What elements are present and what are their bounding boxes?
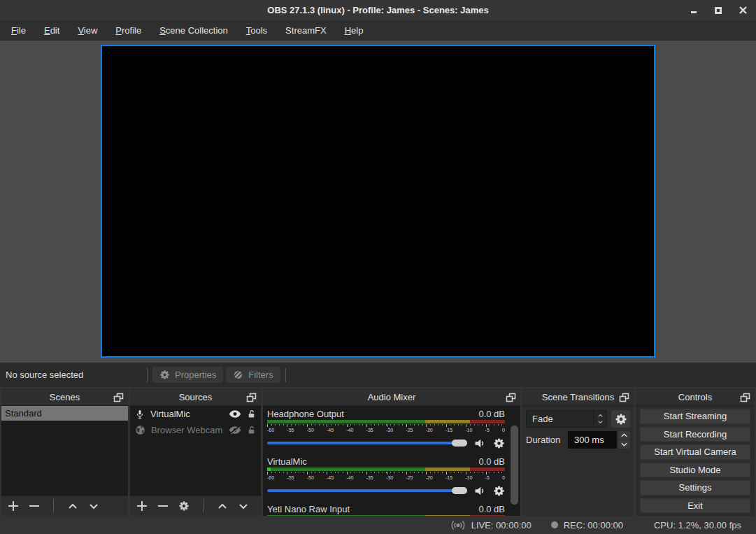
menu-profile[interactable]: Profile — [106, 22, 150, 39]
add-scene-icon[interactable] — [8, 500, 19, 512]
transition-settings-button[interactable] — [611, 410, 630, 428]
scenes-panel: Scenes Standard — [1, 388, 128, 516]
visibility-eye-slash-icon[interactable] — [229, 426, 241, 435]
menu-edit[interactable]: Edit — [35, 22, 69, 39]
record-dot-icon — [551, 521, 558, 528]
microphone-icon — [135, 409, 145, 420]
audio-mixer-header[interactable]: Audio Mixer — [263, 388, 520, 406]
transition-select[interactable]: Fade — [526, 410, 607, 428]
dock-area: Scenes Standard Sources — [0, 387, 756, 516]
mixer-virtualmic: VirtualMic 0.0 dB -60-55-50-45-40-35-30-… — [267, 456, 505, 498]
duration-decrease-icon[interactable] — [618, 440, 630, 449]
transition-select-steppers[interactable] — [593, 411, 606, 427]
volume-slider-handle[interactable] — [452, 440, 467, 447]
controls-panel: Controls Start Streaming Start Recording… — [636, 388, 755, 516]
properties-button[interactable]: Properties — [152, 367, 223, 383]
properties-button-label: Properties — [175, 370, 216, 380]
start-recording-button[interactable]: Start Recording — [640, 427, 750, 442]
separator — [53, 499, 54, 513]
exit-button[interactable]: Exit — [640, 498, 750, 514]
menu-help[interactable]: Help — [336, 22, 373, 39]
duration-input[interactable]: 300 ms — [568, 431, 617, 449]
studio-mode-button[interactable]: Studio Mode — [640, 463, 750, 478]
unlock-icon[interactable] — [247, 425, 256, 435]
source-item-virtualmic[interactable]: VirtualMic — [130, 406, 261, 422]
add-source-icon[interactable] — [136, 500, 148, 512]
mixer-gear-icon[interactable] — [493, 437, 505, 449]
mixer-headphone-output: Headphone Output 0.0 dB -60-55-50-45-40-… — [267, 408, 505, 451]
source-properties-gear-icon[interactable] — [178, 500, 190, 512]
start-streaming-button[interactable]: Start Streaming — [640, 409, 750, 424]
popout-icon — [619, 393, 629, 402]
mixer-yeti-nano: Yeti Nano Raw Input 0.0 dB -60-55-50-45-… — [267, 503, 505, 516]
remove-scene-icon[interactable] — [29, 500, 40, 512]
preview-canvas[interactable] — [101, 45, 655, 358]
scene-transitions-header[interactable]: Scene Transitions — [522, 388, 634, 406]
move-source-up-icon[interactable] — [217, 500, 228, 512]
duration-label: Duration — [526, 435, 566, 445]
scenes-panel-title: Scenes — [50, 392, 80, 402]
menu-streamfx[interactable]: StreamFX — [276, 22, 336, 39]
menu-tools[interactable]: Tools — [237, 22, 276, 39]
volume-slider[interactable] — [267, 489, 467, 492]
speaker-icon[interactable] — [473, 437, 487, 449]
mixer-scrollbar-thumb[interactable] — [511, 426, 518, 505]
mixer-name: Headphone Output — [267, 409, 344, 419]
scene-item-standard[interactable]: Standard — [1, 406, 128, 421]
filters-icon — [233, 370, 243, 380]
sources-toolbar — [130, 496, 261, 516]
popout-icon — [113, 393, 124, 402]
minimize-icon[interactable] — [689, 6, 699, 15]
meter-ticks — [267, 472, 505, 475]
sources-panel-header[interactable]: Sources — [130, 388, 261, 406]
menu-view[interactable]: View — [69, 22, 106, 39]
meter-ticks — [267, 424, 505, 427]
source-item-browser-webcam[interactable]: Browser Webcam — [130, 422, 261, 438]
gear-icon — [615, 413, 627, 426]
audio-mixer-body: Headphone Output 0.0 dB -60-55-50-45-40-… — [263, 406, 520, 516]
controls-header[interactable]: Controls — [636, 388, 755, 406]
source-name: VirtualMic — [150, 409, 223, 419]
mixer-gear-icon[interactable] — [493, 485, 505, 497]
start-virtual-camera-button[interactable]: Start Virtual Camera — [640, 444, 750, 460]
broadcast-icon — [450, 520, 466, 531]
live-time: LIVE: 00:00:00 — [471, 520, 532, 531]
popout-icon — [740, 393, 750, 402]
menu-file[interactable]: File — [2, 22, 35, 39]
scene-transitions-body: Fade Duration 300 ms — [522, 406, 634, 516]
workspace — [0, 41, 756, 363]
duration-increase-icon[interactable] — [618, 431, 630, 440]
controls-body: Start Streaming Start Recording Start Vi… — [636, 406, 755, 516]
move-source-down-icon[interactable] — [238, 500, 249, 512]
transition-selected-value: Fade — [527, 414, 593, 424]
controls-title: Controls — [678, 392, 712, 402]
globe-icon — [135, 425, 145, 435]
scenes-panel-header[interactable]: Scenes — [1, 388, 128, 406]
move-scene-up-icon[interactable] — [67, 500, 78, 512]
cpu-fps-stats: CPU: 1.2%, 30.00 fps — [654, 520, 741, 531]
mixer-level: 0.0 dB — [478, 456, 505, 467]
filters-button[interactable]: Filters — [226, 367, 280, 383]
close-icon[interactable] — [738, 6, 748, 15]
volume-meter — [267, 468, 505, 471]
maximize-icon[interactable] — [713, 6, 723, 15]
volume-slider-handle[interactable] — [452, 487, 467, 494]
volume-slider[interactable] — [267, 442, 467, 444]
visibility-eye-icon[interactable] — [229, 409, 241, 419]
sources-panel-title: Sources — [179, 392, 213, 402]
settings-button[interactable]: Settings — [640, 480, 750, 496]
sources-panel: Sources VirtualMic — [130, 388, 261, 516]
chevron-up-icon — [597, 414, 604, 418]
unlock-icon[interactable] — [247, 409, 256, 419]
move-scene-down-icon[interactable] — [88, 500, 99, 512]
audio-mixer-panel: Audio Mixer Headphone Output 0.0 dB -60-… — [263, 388, 520, 516]
speaker-icon[interactable] — [473, 485, 487, 497]
meter-tick-labels: -60-55-50-45-40-35-30-25-20-15-10-50 — [267, 428, 505, 433]
filters-button-label: Filters — [248, 370, 273, 380]
meter-tick-labels: -60-55-50-45-40-35-30-25-20-15-10-50 — [267, 475, 505, 481]
popout-icon — [506, 393, 516, 402]
sources-list: VirtualMic Browser Webcam — [130, 406, 261, 496]
menu-scene-collection[interactable]: Scene Collection — [150, 22, 237, 39]
remove-source-icon[interactable] — [157, 500, 169, 512]
mixer-name: Yeti Nano Raw Input — [267, 504, 350, 514]
